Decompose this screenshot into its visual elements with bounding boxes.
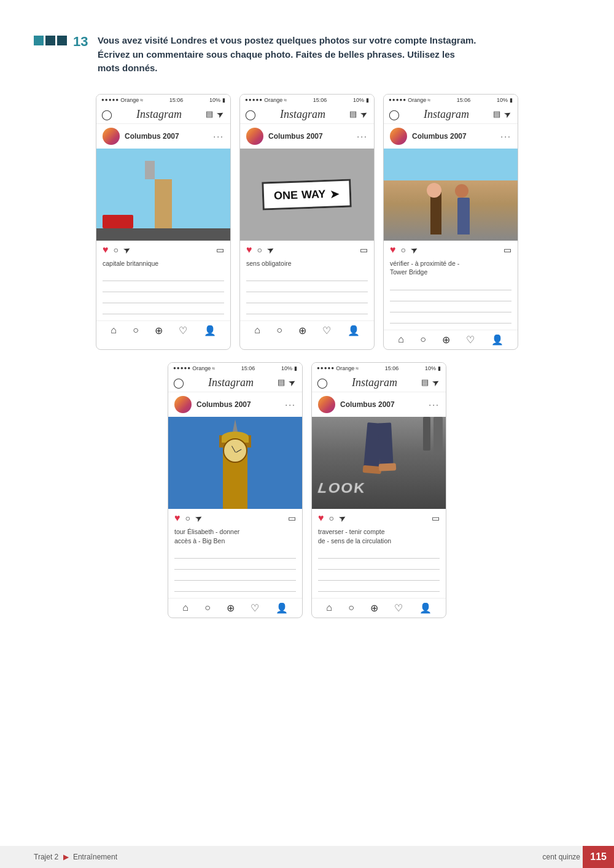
compose-icon-5[interactable]: ▤ — [421, 378, 429, 387]
post-lines-3[interactable] — [384, 282, 518, 330]
write-line-1a[interactable] — [103, 273, 224, 281]
nav-add-3[interactable]: ⊕ — [442, 334, 450, 346]
comment-button-2[interactable]: ○ — [257, 245, 262, 255]
nav-add-4[interactable]: ⊕ — [227, 602, 235, 614]
post-caption-1: capitale britannique — [96, 259, 230, 273]
share-button-5[interactable]: ➤ — [337, 512, 348, 524]
nav-heart-1[interactable]: ♡ — [179, 325, 187, 336]
direct-icon[interactable]: ➤ — [215, 108, 226, 120]
phone-nav-1: ⌂ ○ ⊕ ♡ 👤 — [96, 320, 230, 340]
write-line-5d[interactable] — [318, 583, 440, 592]
write-line-3c[interactable] — [390, 304, 511, 312]
like-button-1[interactable]: ♥ — [103, 244, 109, 255]
share-button-2[interactable]: ➤ — [265, 244, 276, 256]
direct-icon-4[interactable]: ➤ — [287, 376, 298, 389]
phone-2: ●●●●● Orange ≈ 15:06 10% ▮ ◯ Instagram ▤… — [239, 94, 375, 350]
comment-button-1[interactable]: ○ — [114, 245, 119, 255]
nav-add-5[interactable]: ⊕ — [370, 602, 378, 614]
share-button-4[interactable]: ➤ — [193, 512, 204, 524]
camera-icon-3[interactable]: ◯ — [389, 109, 400, 120]
nav-heart-2[interactable]: ♡ — [322, 325, 331, 336]
nav-heart-4[interactable]: ♡ — [251, 602, 259, 614]
nav-home-4[interactable]: ⌂ — [182, 602, 188, 614]
more-options-5[interactable]: ··· — [429, 400, 440, 409]
write-line-4b[interactable] — [174, 561, 296, 570]
more-options-2[interactable]: ··· — [357, 131, 368, 141]
comment-button-5[interactable]: ○ — [329, 513, 334, 523]
nav-add-1[interactable]: ⊕ — [155, 325, 163, 336]
camera-icon[interactable]: ◯ — [101, 109, 112, 120]
nav-profile-5[interactable]: 👤 — [419, 602, 432, 614]
battery-icon-4: ▮ — [294, 365, 297, 371]
signal-dots-5: ●●●●● — [317, 365, 335, 371]
camera-icon-4[interactable]: ◯ — [173, 377, 184, 389]
nav-search-2[interactable]: ○ — [276, 325, 282, 336]
write-line-5b[interactable] — [318, 561, 440, 570]
write-line-1b[interactable] — [103, 284, 224, 292]
camera-icon-2[interactable]: ◯ — [245, 109, 256, 120]
compose-icon-3[interactable]: ▤ — [493, 109, 500, 119]
write-line-1d[interactable] — [103, 306, 224, 314]
nav-search-4[interactable]: ○ — [204, 602, 211, 614]
more-options-1[interactable]: ··· — [213, 131, 224, 141]
bookmark-button-2[interactable]: ▭ — [360, 245, 368, 255]
write-line-4a[interactable] — [174, 550, 296, 559]
bookmark-button-1[interactable]: ▭ — [216, 245, 224, 255]
share-button-1[interactable]: ➤ — [122, 244, 133, 256]
post-lines-2[interactable] — [240, 273, 374, 320]
like-button-5[interactable]: ♥ — [318, 513, 324, 524]
more-options-4[interactable]: ··· — [285, 400, 296, 409]
like-button-4[interactable]: ♥ — [174, 513, 181, 524]
direct-icon-3[interactable]: ➤ — [502, 108, 513, 120]
nav-profile-1[interactable]: 👤 — [204, 325, 216, 336]
write-line-5a[interactable] — [318, 550, 440, 559]
nav-profile-4[interactable]: 👤 — [276, 602, 288, 614]
write-line-2b[interactable] — [246, 284, 368, 292]
bookmark-button-5[interactable]: ▭ — [432, 513, 440, 523]
carrier-name: Orange — [120, 97, 139, 103]
nav-profile-2[interactable]: 👤 — [348, 325, 360, 336]
write-line-2a[interactable] — [246, 273, 368, 281]
nav-home-1[interactable]: ⌂ — [111, 325, 117, 336]
post-lines-4[interactable] — [168, 550, 302, 598]
compose-icon-4[interactable]: ▤ — [278, 378, 285, 387]
nav-profile-3[interactable]: 👤 — [491, 334, 503, 346]
compose-icon-2[interactable]: ▤ — [349, 109, 357, 119]
nav-add-2[interactable]: ⊕ — [298, 325, 306, 336]
nav-heart-5[interactable]: ♡ — [394, 602, 403, 614]
nav-search-5[interactable]: ○ — [348, 602, 354, 614]
nav-heart-3[interactable]: ♡ — [466, 334, 475, 346]
direct-icon-2[interactable]: ➤ — [359, 108, 370, 120]
write-line-3d[interactable] — [390, 315, 511, 324]
write-line-2d[interactable] — [246, 306, 368, 314]
nav-search-1[interactable]: ○ — [133, 325, 139, 336]
write-line-5c[interactable] — [318, 572, 440, 581]
write-line-3b[interactable] — [390, 293, 511, 301]
camera-icon-5[interactable]: ◯ — [317, 377, 328, 389]
nav-home-2[interactable]: ⌂ — [254, 325, 260, 336]
write-line-4c[interactable] — [174, 572, 296, 581]
more-options-3[interactable]: ··· — [500, 131, 511, 141]
write-line-4d[interactable] — [174, 583, 296, 592]
direct-icon-5[interactable]: ➤ — [430, 376, 441, 389]
bookmark-button-4[interactable]: ▭ — [288, 513, 296, 523]
write-line-3a[interactable] — [390, 282, 511, 290]
nav-home-5[interactable]: ⌂ — [326, 602, 332, 614]
nav-search-3[interactable]: ○ — [420, 334, 426, 346]
footer-left: Trajet 2 ▶ Entraînement — [34, 853, 117, 861]
write-line-2c[interactable] — [246, 295, 368, 303]
comment-button-4[interactable]: ○ — [185, 513, 190, 523]
post-actions-4: ♥ ○ ➤ ▭ — [168, 509, 302, 527]
post-lines-1[interactable] — [96, 273, 230, 320]
post-image-3 — [384, 149, 518, 241]
compose-icon[interactable]: ▤ — [206, 109, 213, 119]
share-button-3[interactable]: ➤ — [409, 244, 420, 256]
tower-body — [155, 179, 172, 228]
write-line-1c[interactable] — [103, 295, 224, 303]
like-button-3[interactable]: ♥ — [390, 244, 396, 255]
comment-button-3[interactable]: ○ — [401, 245, 406, 255]
bookmark-button-3[interactable]: ▭ — [503, 245, 511, 255]
post-lines-5[interactable] — [312, 550, 446, 598]
nav-home-3[interactable]: ⌂ — [398, 334, 404, 346]
like-button-2[interactable]: ♥ — [246, 244, 252, 255]
